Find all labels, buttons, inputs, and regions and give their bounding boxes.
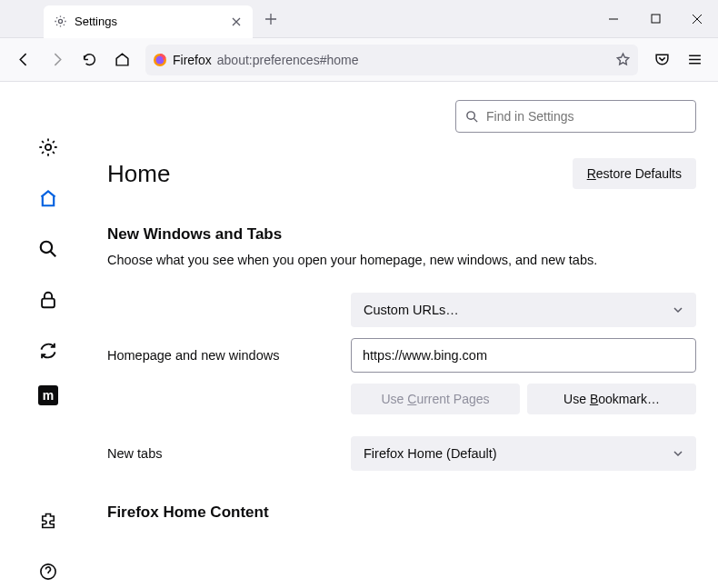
- m-label: m: [43, 388, 54, 403]
- minimize-button[interactable]: [593, 0, 634, 38]
- new-tab-button[interactable]: [256, 5, 285, 34]
- select-value: Firefox Home (Default): [364, 446, 497, 461]
- sidebar-item-home[interactable]: [32, 182, 65, 214]
- toolbar: Firefox about:preferences#home: [0, 38, 718, 82]
- close-window-button[interactable]: [676, 0, 718, 38]
- homepage-mode-select[interactable]: Custom URLs…: [351, 293, 696, 327]
- reload-button[interactable]: [75, 45, 104, 75]
- menu-button[interactable]: [680, 45, 709, 75]
- maximize-button[interactable]: [634, 0, 676, 38]
- sidebar-item-more[interactable]: m: [38, 385, 58, 405]
- sidebar-item-extensions[interactable]: [32, 504, 65, 537]
- forward-button: [42, 45, 71, 75]
- sidebar-item-privacy[interactable]: [32, 284, 65, 316]
- search-icon: [465, 110, 479, 124]
- back-button[interactable]: [9, 45, 38, 75]
- homepage-label: Homepage and new windows: [107, 348, 325, 363]
- homepage-url-input[interactable]: [351, 338, 696, 373]
- svg-rect-6: [42, 299, 55, 308]
- gear-icon: [53, 15, 67, 29]
- main-panel: Home Restore Defaults New Windows and Ta…: [96, 82, 718, 588]
- star-icon[interactable]: [615, 52, 631, 67]
- use-current-pages-button: Use Current Pages: [351, 384, 520, 414]
- svg-point-0: [58, 19, 62, 23]
- close-icon[interactable]: [229, 15, 244, 29]
- page-title: Home: [107, 160, 170, 188]
- newtabs-select[interactable]: Firefox Home (Default): [351, 436, 696, 471]
- urlbar-prefix: Firefox: [173, 53, 212, 67]
- firefox-icon: [153, 53, 167, 67]
- urlbar-url: about:preferences#home: [217, 53, 610, 67]
- sidebar-item-general[interactable]: [32, 131, 65, 164]
- sidebar-item-search[interactable]: [32, 233, 65, 265]
- sidebar: m: [0, 82, 96, 588]
- home-button[interactable]: [107, 45, 136, 75]
- select-value: Custom URLs…: [364, 303, 459, 317]
- svg-point-8: [467, 111, 474, 118]
- url-bar[interactable]: Firefox about:preferences#home: [145, 45, 638, 75]
- sidebar-item-help[interactable]: [32, 555, 65, 588]
- newtabs-label: New tabs: [107, 446, 325, 461]
- search-input[interactable]: [486, 109, 686, 124]
- svg-rect-1: [652, 15, 660, 23]
- section-desc: Choose what you see when you open your h…: [107, 253, 696, 267]
- window-controls: [593, 0, 718, 38]
- browser-tab[interactable]: Settings: [44, 5, 253, 38]
- titlebar: Settings: [0, 0, 718, 38]
- tab-title: Settings: [75, 15, 222, 28]
- use-bookmark-button[interactable]: Use Bookmark…: [527, 384, 696, 414]
- section-title-windows-tabs: New Windows and Tabs: [107, 225, 696, 244]
- restore-defaults-button[interactable]: Restore Defaults: [573, 158, 696, 189]
- content: m Home Restore Defaults New Windows and …: [0, 82, 718, 588]
- svg-point-4: [45, 145, 51, 150]
- chevron-down-icon: [673, 304, 683, 315]
- sidebar-item-sync[interactable]: [32, 334, 65, 367]
- chevron-down-icon: [673, 448, 683, 459]
- search-settings-box[interactable]: [455, 100, 696, 133]
- section-title-home-content: Firefox Home Content: [107, 503, 696, 522]
- svg-point-5: [41, 242, 52, 253]
- pocket-icon[interactable]: [647, 45, 676, 75]
